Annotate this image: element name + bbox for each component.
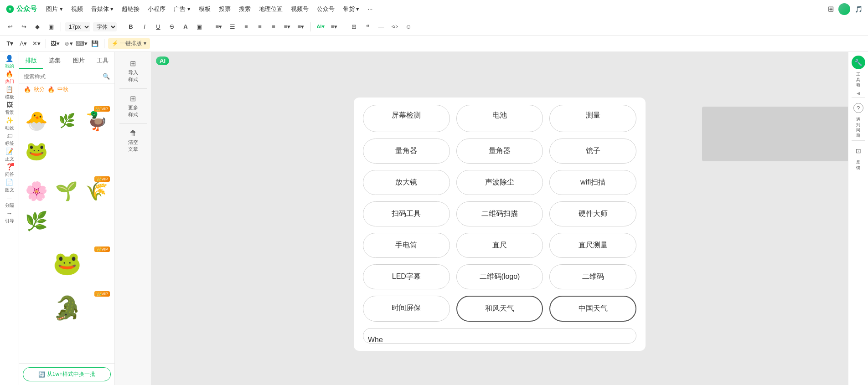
- nav-template[interactable]: 模板: [199, 5, 211, 13]
- keyboard-button[interactable]: ⌨▾: [76, 38, 87, 49]
- tool-btn-mirror[interactable]: 镜子: [549, 139, 636, 164]
- sticker-chick[interactable]: 🐣: [23, 107, 50, 134]
- sticker-frog1[interactable]: 🐸: [23, 137, 50, 164]
- tool-btn-ruler[interactable]: 直尺: [456, 233, 543, 258]
- sidebar-item-guide[interactable]: → 引导: [5, 210, 14, 224]
- nav-icon-tiktok[interactable]: 🎵: [855, 5, 863, 13]
- align-block-button[interactable]: ≡▾: [213, 21, 224, 32]
- tool-btn-sonic-dust[interactable]: 声波除尘: [456, 170, 543, 195]
- ai-write-button[interactable]: AI▾: [315, 21, 326, 32]
- sidebar-item-template[interactable]: 📋 模板: [5, 86, 14, 100]
- text-color2-button[interactable]: A▾: [18, 38, 29, 49]
- tool-btn-qrcode[interactable]: 二维码: [549, 264, 636, 289]
- tool-btn-hifeng-weather[interactable]: 和风天气: [456, 296, 543, 322]
- tool-btn-wifi-scan[interactable]: wifi扫描: [549, 170, 636, 195]
- nav-videonumber[interactable]: 视频号: [291, 5, 309, 13]
- align-left-button[interactable]: ☰: [227, 21, 238, 32]
- tool-btn-led[interactable]: LED字幕: [363, 264, 450, 289]
- partial-bottom-btn[interactable]: Whe: [363, 328, 636, 344]
- sticker-blossom[interactable]: 🌸: [23, 177, 50, 205]
- nav-shop[interactable]: 带货 ▾: [343, 5, 360, 13]
- sticker-herb[interactable]: 🌿: [23, 207, 50, 235]
- tab-tools[interactable]: 工具: [91, 52, 114, 69]
- tool-btn-protractor1[interactable]: 量角器: [363, 139, 450, 164]
- quote-button[interactable]: ❝: [362, 21, 373, 32]
- tab-image[interactable]: 图片: [67, 52, 91, 69]
- replace-button[interactable]: 🔄 从1w+样式中换一批: [23, 367, 111, 381]
- undo-button[interactable]: ↩: [5, 21, 16, 32]
- dash-button[interactable]: —: [376, 21, 387, 32]
- more-style-button[interactable]: ⊞ 更多样式: [117, 92, 149, 121]
- tool-btn-screensaver[interactable]: 时间屏保: [363, 296, 450, 322]
- nav-miniapp[interactable]: 小程序: [148, 5, 165, 13]
- tool-btn-ruler-measure[interactable]: 直尺测量: [549, 233, 636, 258]
- align-right-button[interactable]: ≡: [254, 21, 265, 32]
- eraser-button[interactable]: ◆: [32, 21, 43, 32]
- justify-button[interactable]: ≡: [268, 21, 279, 32]
- nav-ad[interactable]: 广告 ▾: [174, 5, 191, 13]
- sidebar-item-background[interactable]: 🖼 背景: [5, 101, 14, 116]
- tool-btn-qr-scan[interactable]: 二维码扫描: [456, 201, 543, 226]
- image2-button[interactable]: 🖼▾: [50, 38, 61, 49]
- font-color-button[interactable]: A: [180, 21, 191, 32]
- list-button[interactable]: ≡▾: [295, 21, 306, 32]
- sidebar-item-mine[interactable]: 👤 我的: [5, 55, 14, 69]
- nav-video[interactable]: 视频: [71, 5, 83, 13]
- underline-button[interactable]: U: [153, 21, 164, 32]
- sidebar-item-text[interactable]: 📝 正文: [5, 148, 14, 162]
- redo-button[interactable]: ↪: [18, 21, 29, 32]
- strikethrough-button[interactable]: S: [166, 21, 177, 32]
- text-format-button[interactable]: T▾: [5, 38, 16, 49]
- tool-btn-flashlight[interactable]: 手电筒: [363, 233, 450, 258]
- tool-btn-screen-test[interactable]: 屏幕检测: [363, 105, 450, 132]
- tool-btn-battery[interactable]: 电池: [456, 105, 543, 132]
- tool-btn-hardware[interactable]: 硬件大师: [549, 201, 636, 226]
- highlight-button[interactable]: ▣: [194, 21, 205, 32]
- tool-btn-qr-tool[interactable]: 扫码工具: [363, 201, 450, 226]
- tool-btn-magnifier[interactable]: 放大镜: [363, 170, 450, 195]
- clear-button[interactable]: ✕▾: [31, 38, 42, 49]
- nav-media[interactable]: 音媒体 ▾: [91, 5, 114, 13]
- save2-button[interactable]: 💾: [89, 38, 100, 49]
- align-center-button[interactable]: ≡: [241, 21, 252, 32]
- nav-link[interactable]: 超链接: [122, 5, 140, 13]
- nav-publicaccount[interactable]: 公众号: [317, 5, 335, 13]
- tool-btn-protractor2[interactable]: 量角器: [456, 139, 543, 164]
- search-icon[interactable]: 🔍: [103, 73, 110, 80]
- tool-btn-measure-partial[interactable]: 测量: [549, 105, 636, 132]
- help-button[interactable]: ?: [850, 100, 867, 116]
- tab-paibangs[interactable]: 排版: [19, 52, 43, 69]
- feedback-button[interactable]: ⊡: [850, 143, 867, 159]
- sidebar-item-label[interactable]: 🏷 标签: [5, 132, 14, 147]
- import-style-button[interactable]: ⊞ 导入样式: [117, 56, 149, 86]
- nav-vote[interactable]: 投票: [219, 5, 231, 13]
- nav-icon-save[interactable]: ⊞: [828, 5, 834, 13]
- sidebar-item-hot[interactable]: 🔥 热门: [5, 70, 14, 85]
- nav-image[interactable]: 图片 ▾: [46, 5, 63, 13]
- sidebar-item-image-text[interactable]: 📄 图文: [5, 179, 14, 193]
- font-size-select[interactable]: 17px12px14px16px18px20px: [65, 22, 90, 31]
- paint-button[interactable]: ▣: [46, 21, 57, 32]
- tag-qiufen[interactable]: 秋分: [34, 86, 45, 93]
- font-family-select[interactable]: 字体: [93, 22, 117, 31]
- emoji-button[interactable]: ☺: [403, 21, 414, 32]
- sticker-croc[interactable]: 🐊: [23, 292, 111, 324]
- tab-selection[interactable]: 选集: [43, 52, 67, 69]
- tool-btn-china-weather[interactable]: 中国天气: [549, 296, 636, 322]
- nav-more[interactable]: ···: [368, 5, 373, 12]
- sidebar-item-animation[interactable]: ✨ 动效: [5, 117, 14, 131]
- sidebar-expand-icon[interactable]: ◀: [857, 91, 860, 96]
- clear-article-button[interactable]: 🗑 清空文章: [117, 127, 149, 155]
- sticker-frog-ok[interactable]: 🐸: [23, 247, 111, 279]
- code-button[interactable]: </>: [389, 21, 400, 32]
- user-avatar[interactable]: [838, 3, 850, 15]
- tool-btn-qr-logo[interactable]: 二维码(logo): [456, 264, 543, 289]
- sidebar-item-divider[interactable]: ─ 分隔: [5, 194, 14, 209]
- bold-button[interactable]: B: [125, 21, 136, 32]
- sidebar-item-qa[interactable]: ❓ 问答: [5, 163, 14, 178]
- tag-zhongqiu[interactable]: 中秋: [57, 86, 68, 93]
- table-button[interactable]: ⊞: [348, 21, 359, 32]
- indent-button[interactable]: ≡▾: [282, 21, 293, 32]
- one-key-format-button[interactable]: ⚡ 一键排版 ▾: [108, 38, 150, 49]
- emoji3-button[interactable]: ☺▾: [63, 38, 74, 49]
